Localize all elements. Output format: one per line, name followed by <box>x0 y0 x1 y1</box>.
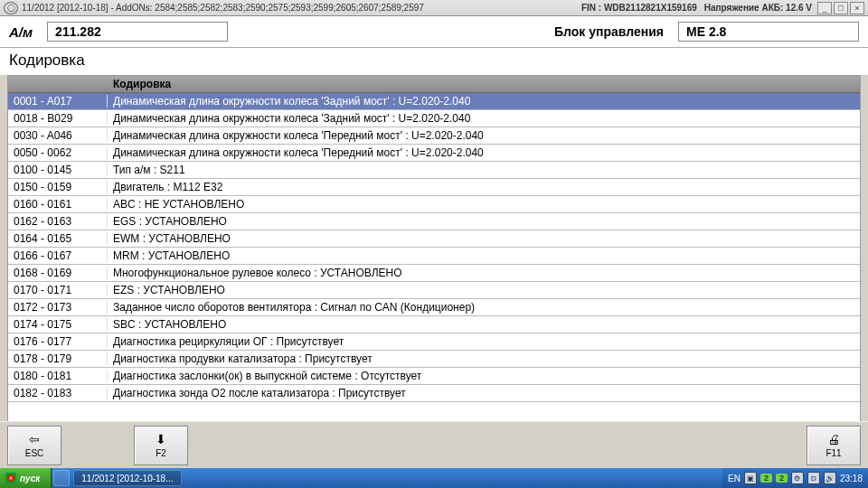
table-row[interactable]: 0176 - 0177Диагностика рециркуляции ОГ :… <box>8 333 860 351</box>
row-desc: ABC : НЕ УСТАНОВЛЕНО <box>108 198 860 211</box>
table-row[interactable]: 0174 - 0175SBC : УСТАНОВЛЕНО <box>8 316 860 333</box>
row-code: 0160 - 0161 <box>8 198 108 211</box>
tray-badge[interactable]: 2 <box>760 474 772 483</box>
row-code: 0164 - 0165 <box>8 232 108 245</box>
row-code: 0172 - 0173 <box>8 301 108 314</box>
table-header: Кодировка <box>8 76 860 93</box>
row-code: 0162 - 0163 <box>8 215 108 228</box>
row-desc: SBC : УСТАНОВЛЕНО <box>108 318 860 331</box>
f2-button[interactable]: ⬇ F2 <box>134 426 188 465</box>
down-arrow-icon: ⬇ <box>156 432 166 446</box>
title-version: 11/2012 [2012-10-18] - AddONs: 2584;2585… <box>22 3 581 13</box>
table-row[interactable]: 0182 - 0183Диагностика зонда O2 после ка… <box>8 385 860 402</box>
row-code: 0174 - 0175 <box>8 318 108 331</box>
row-desc: Динамическая длина окружности колеса 'За… <box>108 112 860 125</box>
table-row[interactable]: 0050 - 0062Динамическая длина окружности… <box>8 145 860 162</box>
row-code: 0001 - A017 <box>8 95 108 108</box>
table-row[interactable]: 0001 - A017Динамическая длина окружности… <box>8 93 860 110</box>
f11-button[interactable]: 🖨 F11 <box>807 426 861 465</box>
back-icon: ⇦ <box>29 432 40 446</box>
table-row[interactable]: 0172 - 0173Заданное число оборотов венти… <box>8 299 860 316</box>
row-desc: Динамическая длина окружности колеса 'Пе… <box>108 129 860 142</box>
system-tray: EN ▣ 2 2 ⚙ D 🔊 23:18 <box>722 468 868 488</box>
close-button[interactable]: × <box>850 2 864 14</box>
row-code: 0030 - A046 <box>8 129 108 142</box>
row-code: 0050 - 0062 <box>8 146 108 159</box>
row-code: 0170 - 0171 <box>8 284 108 296</box>
row-desc: EWM : УСТАНОВЛЕНО <box>108 232 860 245</box>
app-logo-icon: ◯ <box>4 2 18 14</box>
row-desc: Диагностика продувки катализатора : Прис… <box>108 352 860 365</box>
row-desc: Многофункциональное рулевое колесо : УСТ… <box>108 267 860 279</box>
windows-logo-icon <box>5 473 16 483</box>
table-row[interactable]: 0018 - B029Динамическая длина окружности… <box>8 110 860 127</box>
ecu-label: Блок управления <box>554 24 664 39</box>
windows-taskbar: пуск 11/2012 [2012-10-18... EN ▣ 2 2 ⚙ D… <box>0 468 868 488</box>
col-code-header <box>8 76 108 92</box>
row-desc: EZS : УСТАНОВЛЕНО <box>108 284 860 296</box>
taskbar-clock[interactable]: 23:18 <box>840 474 863 483</box>
esc-button[interactable]: ⇦ ESC <box>7 426 61 465</box>
row-desc: MRM : УСТАНОВЛЕНО <box>108 249 860 262</box>
table-row[interactable]: 0168 - 0169Многофункциональное рулевое к… <box>8 265 860 282</box>
taskbar-item[interactable] <box>53 470 70 486</box>
row-desc: Двигатель : M112 E32 <box>108 181 860 193</box>
row-desc: Заданное число оборотов вентилятора : Си… <box>108 301 860 314</box>
table-row[interactable]: 0100 - 0145Тип а/м : S211 <box>8 162 860 179</box>
tray-icon[interactable]: D <box>807 472 820 484</box>
voltage-label: Напряжение АКБ: 12.6 V <box>704 3 812 13</box>
row-code: 0180 - 0181 <box>8 370 108 382</box>
printer-icon: 🖨 <box>827 432 840 446</box>
row-desc: Диагностика рециркуляции ОГ : Присутству… <box>108 335 860 348</box>
row-desc: Динамическая длина окружности колеса 'Пе… <box>108 146 860 159</box>
maximize-button[interactable]: □ <box>834 2 848 14</box>
col-desc-header: Кодировка <box>108 76 860 92</box>
table-row[interactable]: 0030 - A046Динамическая длина окружности… <box>8 127 860 145</box>
row-desc: Диагностика зонда O2 после катализатора … <box>108 387 860 399</box>
table-row[interactable]: 0150 - 0159Двигатель : M112 E32 <box>8 179 860 196</box>
window-titlebar: ◯ 11/2012 [2012-10-18] - AddONs: 2584;25… <box>0 0 868 16</box>
row-code: 0100 - 0145 <box>8 164 108 176</box>
header-bar: А/м 211.282 Блок управления ME 2.8 <box>0 16 868 48</box>
table-row[interactable]: 0178 - 0179Диагностика продувки катализа… <box>8 351 860 368</box>
tray-icon[interactable]: 🔊 <box>824 472 836 484</box>
language-indicator[interactable]: EN <box>728 474 741 483</box>
start-button[interactable]: пуск <box>0 468 52 488</box>
coding-table: Кодировка 0001 - A017Динамическая длина … <box>7 75 861 427</box>
row-code: 0166 - 0167 <box>8 249 108 262</box>
row-code: 0168 - 0169 <box>8 267 108 279</box>
vehicle-label: А/м <box>9 24 33 40</box>
row-code: 0178 - 0179 <box>8 352 108 365</box>
table-row[interactable]: 0162 - 0163EGS : УСТАНОВЛЕНО <box>8 213 860 230</box>
page-title: Кодировка <box>0 48 868 75</box>
tray-badge[interactable]: 2 <box>776 474 788 483</box>
table-row[interactable]: 0166 - 0167MRM : УСТАНОВЛЕНО <box>8 248 860 265</box>
tray-icon[interactable]: ▣ <box>744 472 757 484</box>
vehicle-field[interactable]: 211.282 <box>47 22 228 42</box>
tray-icon[interactable]: ⚙ <box>791 472 804 484</box>
table-row[interactable]: 0164 - 0165EWM : УСТАНОВЛЕНО <box>8 230 860 248</box>
row-desc: Диагностика заслонки(ок) в выпускной сис… <box>108 370 860 382</box>
row-code: 0018 - B029 <box>8 112 108 125</box>
row-desc: EGS : УСТАНОВЛЕНО <box>108 215 860 228</box>
table-row[interactable]: 0160 - 0161ABC : НЕ УСТАНОВЛЕНО <box>8 196 860 213</box>
minimize-button[interactable]: _ <box>817 2 832 14</box>
row-code: 0182 - 0183 <box>8 387 108 399</box>
table-row[interactable]: 0170 - 0171EZS : УСТАНОВЛЕНО <box>8 282 860 299</box>
row-code: 0150 - 0159 <box>8 181 108 193</box>
ecu-field[interactable]: ME 2.8 <box>678 22 859 42</box>
fin-label: FIN : WDB2112821X159169 <box>581 3 697 13</box>
row-desc: Динамическая длина окружности колеса 'За… <box>108 95 860 108</box>
row-code: 0176 - 0177 <box>8 335 108 348</box>
function-key-bar: ⇦ ESC ⬇ F2 🖨 F11 <box>0 421 868 468</box>
taskbar-item-app[interactable]: 11/2012 [2012-10-18... <box>73 470 181 486</box>
row-desc: Тип а/м : S211 <box>108 164 860 176</box>
table-row[interactable]: 0180 - 0181Диагностика заслонки(ок) в вы… <box>8 368 860 385</box>
